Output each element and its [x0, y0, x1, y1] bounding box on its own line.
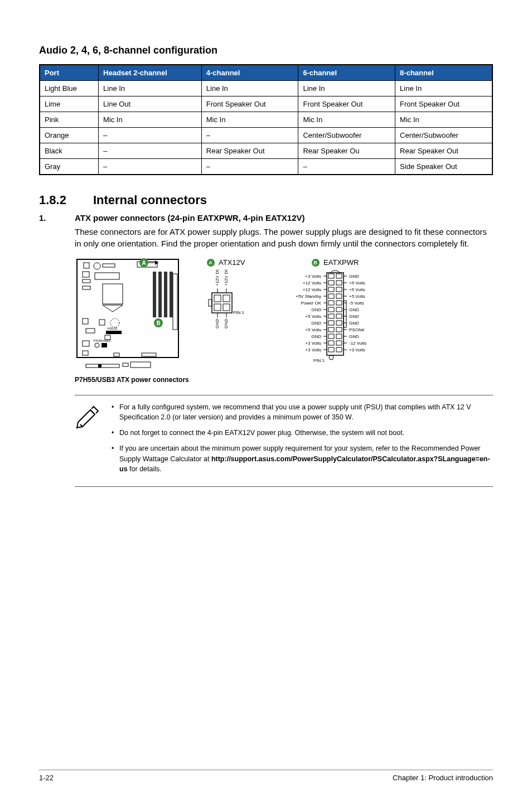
svg-text:+3 Volts: +3 Volts [305, 341, 321, 346]
svg-rect-44 [223, 295, 230, 302]
svg-text:PSON#: PSON# [349, 327, 365, 332]
svg-rect-22 [83, 318, 88, 324]
svg-rect-9 [103, 284, 123, 304]
th-4ch: 4-channel [201, 65, 298, 81]
svg-text:+12V DC: +12V DC [215, 269, 220, 286]
svg-text:+12 Volts: +12 Volts [303, 287, 321, 292]
list-item: If you are uncertain about the minimum p… [112, 443, 493, 474]
svg-rect-68 [336, 287, 342, 292]
svg-text:+3 Volts: +3 Volts [305, 274, 321, 279]
table-cell: Mic In [395, 112, 492, 128]
svg-rect-104 [336, 327, 342, 332]
svg-line-129 [90, 410, 95, 414]
svg-rect-35 [98, 364, 101, 368]
table-cell: – [99, 143, 202, 159]
svg-text:+5 Volts: +5 Volts [349, 287, 365, 292]
svg-text:GND: GND [311, 321, 321, 326]
svg-rect-13 [170, 272, 173, 317]
svg-text:+5 Volts: +5 Volts [305, 314, 321, 319]
svg-text:GND: GND [311, 334, 321, 339]
svg-rect-7 [83, 286, 90, 289]
svg-rect-36 [123, 363, 128, 366]
diagram-caption: P7H55/USB3 ATX power connectors [75, 376, 493, 384]
section-number: 1.8.2 [39, 193, 66, 207]
table-cell: – [99, 128, 202, 143]
svg-text:PIN 1: PIN 1 [313, 358, 325, 363]
table-row: LimeLine OutFront Speaker OutFront Speak… [40, 96, 492, 112]
svg-rect-46 [223, 304, 230, 311]
svg-point-29 [95, 343, 99, 347]
table-cell: Center/Subwoofer [395, 128, 492, 143]
svg-rect-62 [336, 281, 342, 285]
svg-rect-86 [336, 307, 342, 312]
svg-rect-3 [103, 264, 115, 267]
table-cell: Line In [395, 81, 492, 96]
svg-marker-16 [155, 260, 158, 265]
svg-rect-97 [328, 321, 334, 325]
svg-rect-61 [328, 281, 334, 285]
svg-rect-122 [336, 347, 342, 352]
table-cell: Gray [40, 159, 99, 175]
table-cell: Light Blue [40, 81, 99, 96]
svg-rect-121 [328, 347, 334, 352]
table-cell: Mic In [298, 112, 395, 128]
notes-list: For a fully configured system, we recomm… [112, 402, 493, 480]
svg-text:Power OK: Power OK [301, 301, 322, 306]
svg-rect-109 [328, 334, 334, 339]
footer-chapter: Chapter 1: Product introduction [393, 774, 493, 782]
table-cell: Pink [40, 112, 99, 128]
svg-rect-55 [328, 274, 334, 278]
table-cell: Rear Speaker Out [201, 143, 298, 159]
svg-text:+5 Volts: +5 Volts [349, 281, 365, 286]
svg-text:GND: GND [349, 307, 359, 312]
list-item: Do not forget to connect the 4-pin EATX1… [112, 428, 493, 438]
svg-text:/ASUS: /ASUS [107, 327, 117, 330]
svg-rect-12 [164, 272, 167, 317]
table-cell: Line Out [99, 96, 202, 112]
audio-config-table: Port Headset 2-channel 4-channel 6-chann… [39, 64, 493, 175]
th-6ch: 6-channel [298, 65, 395, 81]
svg-rect-79 [328, 301, 334, 305]
svg-rect-37 [130, 362, 151, 368]
marker-b-icon: B [312, 259, 320, 267]
table-cell: Line In [201, 81, 298, 96]
item1-title: ATX power connectors (24-pin EATXPWR, 4-… [75, 213, 305, 223]
table-cell: Black [40, 143, 99, 159]
th-8ch: 8-channel [395, 65, 492, 81]
audio-config-title: Audio 2, 4, 6, 8-channel configuration [39, 45, 493, 56]
item1-body: These connectors are for ATX power suppl… [75, 226, 493, 249]
svg-text:+5 Volts: +5 Volts [349, 294, 365, 299]
svg-rect-67 [328, 287, 334, 292]
item1-number: 1. [39, 213, 59, 223]
svg-rect-73 [328, 294, 334, 298]
svg-rect-23 [86, 328, 95, 333]
svg-text:-5 Volts: -5 Volts [349, 301, 364, 306]
svg-point-127 [329, 355, 333, 360]
svg-rect-10 [153, 272, 156, 317]
svg-text:+3 Volts: +3 Volts [305, 347, 321, 352]
page-footer: 1-22 Chapter 1: Product introduction [39, 770, 493, 782]
table-cell: Rear Speaker Out [395, 143, 492, 159]
svg-text:+5V Standby: +5V Standby [296, 294, 321, 299]
svg-rect-80 [336, 301, 342, 305]
th-port: Port [40, 65, 99, 81]
svg-text:GND: GND [215, 318, 220, 328]
svg-rect-30 [101, 343, 107, 347]
table-cell: Mic In [201, 112, 298, 128]
svg-rect-98 [336, 321, 342, 325]
svg-text:+5 Volts: +5 Volts [305, 327, 321, 332]
svg-rect-74 [336, 294, 342, 298]
svg-text:GND: GND [349, 314, 359, 319]
svg-rect-116 [336, 341, 342, 345]
svg-text:A: A [142, 260, 146, 266]
table-cell: Mic In [99, 112, 202, 128]
svg-rect-31 [83, 351, 88, 355]
svg-rect-20 [99, 320, 105, 325]
footer-page-number: 1-22 [39, 774, 54, 782]
table-cell: Front Speaker Out [201, 96, 298, 112]
eatxpwr-label: EATXPWR [323, 258, 359, 267]
connector-diagram: A B /ASUS P7H55/USB3 [75, 257, 493, 384]
table-cell: Rear Speaker Ou [298, 143, 395, 159]
svg-text:GND: GND [311, 307, 321, 312]
table-row: PinkMic InMic InMic InMic In [40, 112, 492, 128]
